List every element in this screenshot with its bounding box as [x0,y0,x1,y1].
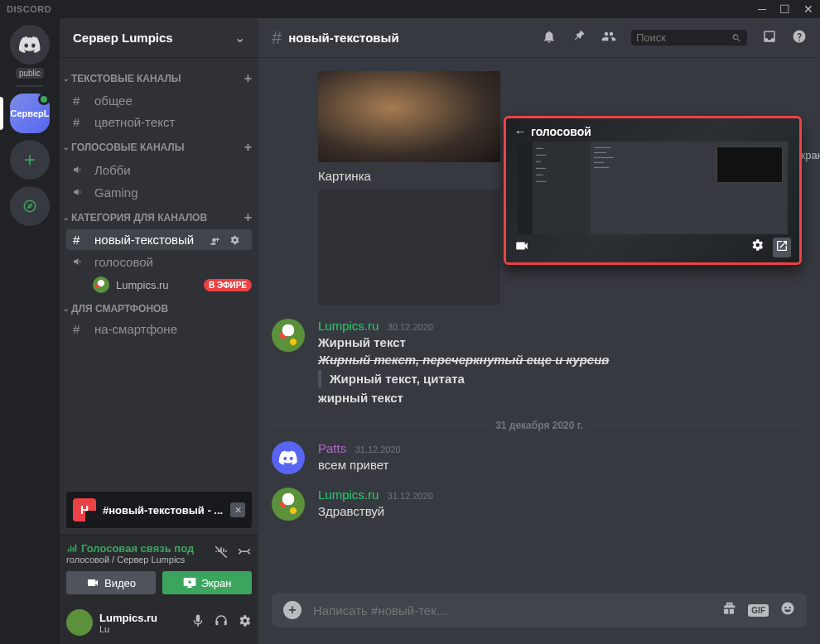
camera-icon[interactable] [514,238,529,257]
public-tag: public [16,68,44,79]
close-button[interactable]: ✕ [803,2,813,16]
voice-participant[interactable]: Lumpics.ru В ЭФИРЕ [60,273,258,296]
avatar [93,276,109,293]
user-tag: Lu [99,624,191,634]
online-indicator [38,94,50,105]
add-channel-button[interactable]: + [244,210,252,225]
channel-general[interactable]: # общее [66,90,252,111]
server-rail: public СерверL + [0,18,60,644]
message-author[interactable]: Lumpics.ru [318,319,379,333]
collapse-icon: ⌄ [61,74,71,83]
chat-header: # новый-текстовый [258,18,820,58]
settings-icon[interactable] [750,238,765,257]
titlebar: DISCORD ─ ☐ ✕ [0,0,820,18]
message-timestamp: 31.12.2020 [355,445,401,454]
home-button[interactable] [10,25,50,65]
channel-name: новый-текстовый [288,31,398,45]
help-icon[interactable] [792,29,807,47]
inbox-icon[interactable] [762,29,777,47]
avatar[interactable] [272,441,305,474]
username: Lumpics.ru [99,612,191,624]
search-box[interactable] [631,30,747,46]
back-arrow-icon[interactable]: ← [514,125,526,138]
message: Lumpics.ru 31.12.2020 Здравствуй [272,488,807,521]
emoji-icon[interactable] [780,601,795,619]
search-input[interactable] [636,31,731,44]
speaker-icon [73,162,89,177]
gift-icon[interactable] [721,601,736,619]
explore-button[interactable] [10,186,50,226]
notifications-icon[interactable] [542,29,557,47]
settings-icon[interactable] [237,613,252,632]
chevron-down-icon: ⌄ [234,30,245,46]
minimize-button[interactable]: ─ [758,2,766,16]
window-controls: ─ ☐ ✕ [758,2,813,16]
gear-icon[interactable] [229,234,245,246]
hash-icon: # [73,94,89,108]
stream-preview-card[interactable]: Н #новый-текстовый - ... ✕ [66,492,252,528]
hash-icon: # [272,27,282,49]
pip-controls [514,238,791,257]
channel-list: ⌄ ТЕКСТОВЫЕ КАНАЛЫ + # общее # цветной-т… [60,58,258,485]
avatar[interactable] [66,609,93,636]
hash-icon: # [73,233,89,247]
embed-placeholder [318,190,500,305]
attach-button[interactable]: + [283,601,301,619]
channel-voice[interactable]: голосовой [66,251,252,272]
image-attachment[interactable] [318,71,500,162]
avatar[interactable] [272,488,305,521]
pinned-icon[interactable] [572,29,586,47]
video-button[interactable]: Видео [66,571,156,594]
message-timestamp: 31.12.2020 [388,491,433,501]
voice-channel-path: голосовой / Сервер Lumpics [66,555,214,565]
collapse-icon: ⌄ [61,143,71,151]
members-icon[interactable] [601,29,616,47]
screen-share-button[interactable]: Экран [162,571,252,594]
category-channels[interactable]: ⌄ КАТЕГОРИЯ ДЛЯ КАНАЛОВ + [60,204,258,228]
disconnect-icon[interactable] [237,545,252,563]
message-content: всем привет [318,456,807,473]
voice-panel: Голосовая связь под голосовой / Сервер L… [60,535,258,601]
screen-share-pip[interactable]: ━━━━━━━━━━━━━━━━━━━━ ━━━━━━━━━━━━━━━━━━━… [504,116,802,265]
category-text[interactable]: ⌄ ТЕКСТОВЫЕ КАНАЛЫ + [60,65,258,89]
message-input[interactable] [313,603,721,618]
hash-icon: # [73,115,89,129]
noise-suppression-icon[interactable] [214,545,229,563]
mute-icon[interactable] [191,613,205,632]
message: Patts 31.12.2020 всем привет [272,441,807,474]
add-server-button[interactable]: + [10,140,50,180]
message: Lumpics.ru 30.12.2020 Жирный текст Жирны… [272,319,807,406]
channel-sidebar: Сервер Lumpics ⌄ ⌄ ТЕКСТОВЫЕ КАНАЛЫ + # … [60,18,258,644]
maximize-button[interactable]: ☐ [779,2,790,16]
add-channel-button[interactable]: + [244,140,252,155]
server-separator [17,85,43,87]
message-author[interactable]: Lumpics.ru [318,488,379,502]
deafen-icon[interactable] [214,613,229,632]
speaker-icon [73,185,89,199]
add-channel-button[interactable]: + [244,71,252,86]
channel-new-text[interactable]: # новый-текстовый [66,229,252,250]
close-stream-button[interactable]: ✕ [230,502,245,517]
message-author[interactable]: Patts [318,441,346,455]
server-lumpics[interactable]: СерверL [10,94,50,133]
category-smartphones[interactable]: ⌄ ДЛЯ СМАРТФОНОВ [60,296,258,318]
message-input-box[interactable]: + GIF [272,593,807,627]
channel-colored[interactable]: # цветной-текст [66,112,252,132]
live-badge: В ЭФИРЕ [204,279,252,291]
category-voice[interactable]: ⌄ ГОЛОСОВЫЕ КАНАЛЫ + [60,133,258,158]
channel-gaming[interactable]: Gaming [66,181,252,203]
gif-button[interactable]: GIF [748,604,769,617]
message-content: Жирный текст Жирный текст, перечеркнутый… [318,334,807,406]
channel-smartphone[interactable]: # на-смартфоне [66,319,252,339]
date-divider: 31 декабря 2020 г. [272,420,807,431]
pip-header: ← голосовой [514,125,591,138]
collapse-icon: ⌄ [61,305,71,313]
collapse-icon: ⌄ [61,214,71,222]
stream-label: #новый-текстовый - ... [103,504,224,517]
server-header[interactable]: Сервер Lumpics ⌄ [60,18,258,58]
avatar[interactable] [272,319,305,352]
channel-lobby[interactable]: Лобби [66,159,252,180]
popout-icon[interactable] [773,238,791,257]
invite-icon[interactable] [209,234,225,246]
search-icon [731,32,742,44]
